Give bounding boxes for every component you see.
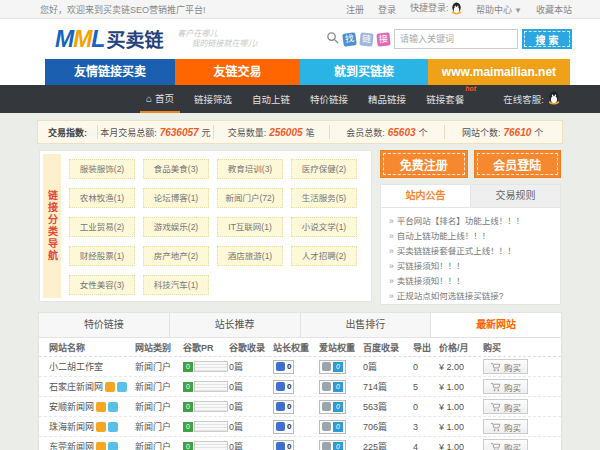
category-tag[interactable]: 新闻门户(72): [217, 188, 283, 208]
stats-bar: 交易指数: 本月交易总额:7636057元 交易数量:256005笔 会员总数:…: [37, 120, 563, 144]
category-tag[interactable]: 论坛博客(1): [143, 188, 209, 208]
category-tag[interactable]: 游戏娱乐(2): [143, 217, 209, 237]
tab-sale-ranking[interactable]: 出售排行: [301, 313, 432, 337]
bullet-icon: »: [389, 246, 394, 256]
favorite-link[interactable]: 收藏本站: [536, 3, 572, 16]
contact-badge-blue-icon[interactable]: [117, 382, 127, 392]
search-input[interactable]: [394, 29, 518, 49]
category-tag[interactable]: 食品美食(3): [143, 159, 209, 179]
bullet-icon: »: [389, 276, 394, 286]
notice-item[interactable]: »自动上链功能上线！！！: [389, 229, 552, 244]
site-name-link[interactable]: 珠海新闻网: [49, 420, 94, 433]
category-tag[interactable]: 教育培训(3): [217, 159, 283, 179]
pr-bar: [194, 421, 228, 432]
tab-trade-rules[interactable]: 交易规则: [470, 185, 560, 207]
buy-button[interactable]: 购买: [483, 439, 528, 450]
login-link[interactable]: 登录: [378, 3, 396, 16]
category-tag[interactable]: 女性美容(3): [69, 275, 135, 295]
category-tag[interactable]: 科技汽车(1): [143, 275, 209, 295]
category-tag[interactable]: IT互联网(1): [217, 217, 283, 237]
tab-newest-sites[interactable]: 最新网站: [431, 313, 561, 337]
help-menu[interactable]: 帮助中心▼: [476, 3, 522, 16]
main-area: 链接分类导航 服装服饰(2) 食品美食(3) 教育培训(3) 医疗保健(2) 农…: [39, 150, 561, 305]
hot-badge: hot: [465, 85, 476, 92]
category-side-label: 链接分类导航: [43, 154, 61, 298]
contact-badge-orange-icon[interactable]: [105, 382, 115, 392]
notice-item[interactable]: »买卖链链接套餐正式上线！！！: [389, 244, 552, 259]
pr-bar: [194, 441, 228, 450]
member-login-button[interactable]: 会员登陆: [474, 150, 562, 178]
welcome-text: 您好，欢迎来到买卖链SEO营销推广平台!: [40, 3, 206, 16]
nav-item-special-links[interactable]: 特价链接: [304, 85, 354, 113]
site-name-link[interactable]: 东莞新闻网: [49, 440, 94, 450]
category-tag[interactable]: 服装服饰(2): [69, 159, 135, 179]
category-tag[interactable]: 医疗保健(2): [291, 159, 357, 179]
pr-bar: [194, 361, 228, 372]
tab-special-links[interactable]: 特价链接: [39, 313, 170, 337]
account-column: 免费注册 会员登陆 站内公告 交易规则 »平台网站【排名】功能上线！！！ »自动…: [380, 150, 561, 305]
site-name-link[interactable]: 石家庄新闻网: [49, 380, 103, 393]
search-area: 找 链 接 搜 索: [326, 29, 572, 49]
aizhan-weight-badge: 0: [319, 420, 346, 434]
notice-item[interactable]: »买链接须知！！！: [389, 259, 552, 274]
notice-item[interactable]: »平台网站【排名】功能上线！！！: [389, 214, 552, 229]
notice-item[interactable]: »卖链接须知！！！: [389, 274, 552, 289]
site-name-link[interactable]: 小二胡工作室: [49, 360, 103, 373]
category-tag[interactable]: 农林牧渔(1): [69, 188, 135, 208]
bullet-icon: »: [389, 231, 394, 241]
stat-member-count: 会员总数:65603个: [329, 125, 445, 139]
category-tag[interactable]: 财经股票(1): [69, 246, 135, 266]
qq-icon[interactable]: [451, 2, 462, 17]
contact-badge-orange-icon[interactable]: [96, 422, 106, 432]
category-tag[interactable]: 人才招聘(2): [291, 246, 357, 266]
site-logo[interactable]: MML买卖链: [55, 25, 163, 53]
contact-badge-orange-icon[interactable]: [96, 402, 106, 412]
aizhan-icon: [322, 442, 331, 450]
qq-service-icon[interactable]: [548, 91, 560, 107]
pr-value-badge: 0: [183, 362, 193, 372]
nav-item-auto-link[interactable]: 自动上链: [246, 85, 296, 113]
table-row: 东莞新闻网 新闻门户 0 0篇 0 0 225篇 4 ¥ 1.00 购买: [39, 437, 561, 450]
contact-badge-blue-icon[interactable]: [108, 422, 118, 432]
pr-value-badge: 0: [183, 422, 193, 432]
notice-item[interactable]: »正规站点如何选链接买链接?: [389, 289, 552, 304]
table-row: 珠海新闻网 新闻门户 0 0篇 0 0 706篇 3 ¥ 1.00 购买: [39, 417, 561, 437]
chinaz-weight-badge: 0: [273, 420, 294, 434]
category-tag[interactable]: 房产地产(2): [143, 246, 209, 266]
tab-webmaster-recommend[interactable]: 站长推荐: [170, 313, 301, 337]
chinaz-icon: [276, 442, 285, 450]
chinaz-weight-badge: 0: [273, 380, 294, 394]
register-link[interactable]: 注册: [346, 3, 364, 16]
category-tag[interactable]: 工业贸易(2): [69, 217, 135, 237]
find-tile-icon: 找: [342, 32, 357, 47]
top-links: 注册 登录 快捷登录: 帮助中心▼ 收藏本站: [346, 1, 572, 16]
online-service[interactable]: 在线客服:: [503, 85, 560, 113]
nav-item-link-packages[interactable]: 链接套餐hot: [420, 85, 470, 113]
pr-value-badge: 0: [183, 402, 193, 412]
tab-site-announcements[interactable]: 站内公告: [381, 185, 470, 207]
nav-item-premium-links[interactable]: 精品链接: [362, 85, 412, 113]
category-tag[interactable]: 酒店旅游(1): [217, 246, 283, 266]
category-tag[interactable]: 生活服务(5): [291, 188, 357, 208]
banner-segment-url[interactable]: www.maimailian.net: [428, 59, 570, 85]
contact-badge-blue-icon[interactable]: [108, 402, 118, 412]
site-name-link[interactable]: 安顺新闻网: [49, 400, 94, 413]
contact-badge-orange-icon[interactable]: [96, 442, 106, 450]
page: 您好，欢迎来到买卖链SEO营销推广平台! 注册 登录 快捷登录: 帮助中心▼ 收…: [0, 0, 600, 450]
buy-button[interactable]: 购买: [483, 359, 528, 374]
quick-login[interactable]: 快捷登录:: [410, 1, 462, 16]
contact-badge-blue-icon[interactable]: [108, 442, 118, 450]
category-tag[interactable]: 小说文学(1): [291, 217, 357, 237]
aizhan-icon: [322, 422, 331, 431]
buy-button[interactable]: 购买: [483, 399, 528, 414]
nav-item-home[interactable]: ⌂首页: [140, 85, 180, 113]
search-button[interactable]: 搜 索: [522, 29, 572, 49]
buy-button[interactable]: 购买: [483, 419, 528, 434]
stats-title: 交易指数:: [48, 126, 87, 139]
search-icon: [326, 30, 339, 48]
buy-button[interactable]: 购买: [483, 379, 528, 394]
nav-item-link-filter[interactable]: 链接筛选: [188, 85, 238, 113]
chinaz-weight-badge: 0: [273, 360, 294, 374]
banner-segment-1: 友情链接买卖: [45, 59, 175, 85]
free-register-button[interactable]: 免费注册: [380, 150, 468, 178]
